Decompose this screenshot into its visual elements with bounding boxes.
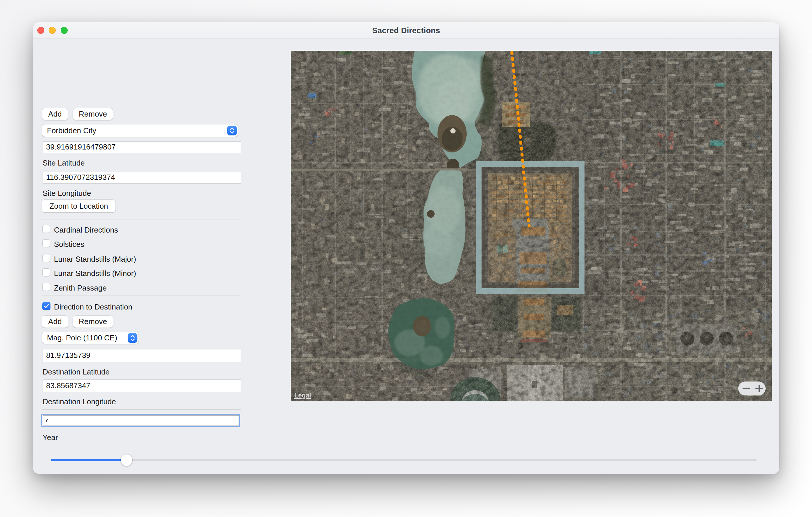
svg-text:Legal: Legal — [294, 392, 311, 399]
